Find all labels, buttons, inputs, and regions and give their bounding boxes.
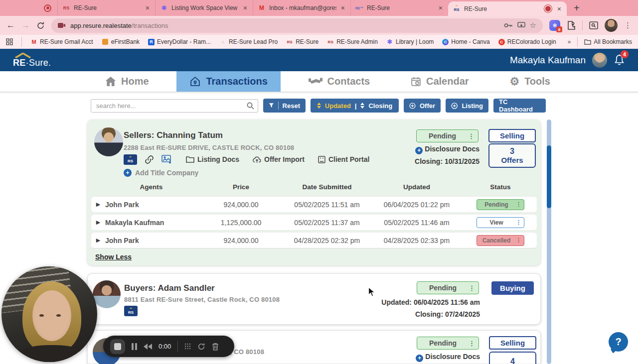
extensions-puzzle-icon[interactable]: [567, 21, 576, 30]
rewind-icon[interactable]: [144, 344, 152, 350]
kebab-icon[interactable]: ⋮: [468, 132, 478, 140]
card-address: 2288 East RE-SURE DRIVE, CASTLE ROCK, CO…: [124, 144, 294, 151]
status-dropdown[interactable]: Pending⋮: [417, 281, 479, 294]
address-bar[interactable]: app.resure.realestate/transactions ☆: [51, 18, 543, 33]
disclosure-docs-link[interactable]: +Disclosure Docs: [297, 145, 479, 154]
tab-close-icon[interactable]: ×: [556, 5, 562, 12]
recording-timer: 0:00: [159, 343, 171, 350]
tab-title: Inbox - mkaufman@goresure: [269, 4, 336, 11]
nav-item-calendar[interactable]: Calendar: [398, 71, 482, 92]
bookmark-item[interactable]: CHome - Canva: [442, 38, 489, 45]
user-name[interactable]: Makayla Kaufman: [510, 55, 586, 66]
nav-item-tools[interactable]: ⚙ Tools: [496, 71, 563, 92]
browser-tab[interactable]: ✻ Listing Work Space View - Vi ×: [155, 0, 253, 16]
kebab-icon[interactable]: ⋮: [516, 237, 524, 243]
nav-item-home[interactable]: Home: [92, 71, 162, 92]
show-less-link[interactable]: Show Less: [91, 248, 537, 261]
sort-toggle-button[interactable]: Updated | Closing: [311, 99, 399, 113]
status-dropdown[interactable]: Pending⋮: [416, 129, 478, 142]
offers-count-button[interactable]: 3 Offers: [488, 143, 536, 168]
everydollar-icon: R: [148, 39, 155, 45]
bookmark-item[interactable]: eFirstBank: [102, 38, 140, 45]
forward-icon[interactable]: →: [21, 20, 30, 30]
scrollbar-thumb[interactable]: [547, 145, 551, 208]
reset-filter-button[interactable]: Reset: [263, 99, 306, 113]
disclosure-docs-link[interactable]: +Disclosure Docs: [297, 353, 480, 362]
bookmark-item[interactable]: REveryDollar - Ram...: [148, 38, 211, 45]
home-icon: [105, 77, 116, 86]
bookmarks-bar: MRE-Sure Gmail Acct eFirstBank REveryDol…: [0, 35, 638, 49]
tc-dashboard-button[interactable]: TC Dashboard: [493, 99, 546, 113]
browser-tab[interactable]: RS RE-Sure ×: [57, 0, 155, 16]
recording-indicator-icon[interactable]: [44, 4, 51, 12]
browser-tab[interactable]: RE™ RE-Sure ×: [350, 0, 448, 16]
bookmark-item[interactable]: CREColorado Login: [498, 38, 556, 45]
tab-close-icon[interactable]: ×: [242, 4, 248, 11]
add-title-company-button[interactable]: + Add Title Company: [124, 169, 198, 177]
nav-item-contacts[interactable]: Contacts: [296, 71, 383, 92]
notification-bell-icon[interactable]: 4: [614, 54, 625, 66]
help-chat-button[interactable]: ?: [609, 332, 628, 352]
bookmark-item[interactable]: RSRE-Sure Admin: [327, 38, 378, 45]
bookmark-item[interactable]: RSRE-Sure: [286, 38, 319, 45]
browser-profile-avatar[interactable]: [605, 19, 618, 32]
search-input[interactable]: [91, 99, 258, 113]
add-image-icon[interactable]: [161, 155, 172, 164]
all-bookmarks-button[interactable]: All Bookmarks: [584, 38, 632, 45]
tab-close-icon[interactable]: ×: [145, 4, 151, 11]
browser-menu-icon[interactable]: ⋮: [624, 21, 632, 30]
resure-logo[interactable]: RE·Sure.: [13, 53, 51, 67]
install-icon[interactable]: [517, 22, 525, 29]
resure-badge-button[interactable]: ⌃RS: [124, 306, 138, 316]
expand-caret-icon[interactable]: ▶: [91, 201, 105, 208]
row-status-dropdown[interactable]: Pending⋮: [477, 199, 524, 210]
bookmark-star-icon[interactable]: ☆: [530, 21, 536, 30]
offers-count-button[interactable]: 4: [489, 352, 536, 364]
extension-icon[interactable]: ✻8: [549, 20, 560, 31]
pause-recording-icon[interactable]: [132, 343, 137, 350]
back-icon[interactable]: ←: [6, 20, 15, 30]
kebab-icon[interactable]: ⋮: [516, 219, 524, 226]
webcam-overlay[interactable]: [1, 266, 97, 362]
listing-docs-button[interactable]: Listing Docs: [186, 155, 239, 163]
new-offer-button[interactable]: Offer: [404, 99, 441, 113]
kebab-icon[interactable]: ⋮: [469, 284, 478, 292]
expand-caret-icon[interactable]: ▶: [91, 237, 105, 243]
new-tab-button[interactable]: +: [574, 2, 580, 14]
new-listing-button[interactable]: Listing: [446, 99, 488, 113]
expand-caret-icon[interactable]: ▶: [91, 219, 105, 226]
url-host: app.resure.realestate: [70, 22, 132, 29]
user-avatar[interactable]: [592, 53, 607, 68]
password-key-icon[interactable]: [504, 22, 513, 28]
drag-dots-icon[interactable]: [184, 343, 191, 350]
nav-item-transactions[interactable]: Transactions: [176, 71, 280, 92]
bookmark-item[interactable]: MRE-Sure Gmail Acct: [30, 38, 93, 45]
kebab-icon[interactable]: ⋮: [516, 201, 524, 208]
delete-recording-icon[interactable]: [212, 343, 219, 351]
offer-row[interactable]: ▶ John Park 924,000.00 05/02/2025 11:51 …: [91, 197, 537, 212]
row-status-dropdown[interactable]: Cancelled⋮: [477, 235, 524, 246]
row-status-dropdown[interactable]: View⋮: [477, 217, 524, 228]
resure-badge-button[interactable]: ⌃RS: [124, 154, 137, 165]
bookmarks-overflow-icon[interactable]: »: [568, 38, 571, 45]
link-icon[interactable]: [145, 155, 154, 164]
circle-plus-icon: [409, 102, 416, 110]
apps-grid-icon[interactable]: [6, 38, 13, 45]
loom-icon: ✻: [386, 38, 393, 45]
stop-recording-button[interactable]: [110, 339, 125, 354]
tab-close-icon[interactable]: ×: [438, 4, 444, 11]
restart-recording-icon[interactable]: [197, 343, 205, 351]
tab-close-icon[interactable]: ×: [340, 4, 346, 11]
browser-tab[interactable]: M Inbox - mkaufman@goresure ×: [253, 0, 350, 16]
recolorado-icon: C: [498, 39, 505, 45]
circle-plus-icon: [451, 102, 458, 110]
refresh-icon[interactable]: [36, 21, 45, 30]
browser-tab-active[interactable]: ⌃RS RE-Sure ×: [448, 1, 567, 16]
tab-search-icon[interactable]: [589, 21, 598, 29]
offer-row[interactable]: ▶ Makayla Kaufman 1,125,000.00 05/02/202…: [91, 215, 537, 230]
offer-row[interactable]: ▶ John Park 924,000.00 04/28/2025 02:32 …: [91, 233, 537, 248]
bookmark-item[interactable]: ✻Library | Loom: [386, 38, 434, 45]
kebab-icon[interactable]: ⋮: [469, 340, 478, 347]
status-dropdown[interactable]: Pending⋮: [417, 337, 479, 350]
bookmark-item[interactable]: ⌂RE-Sure Lead Pro: [219, 38, 278, 45]
